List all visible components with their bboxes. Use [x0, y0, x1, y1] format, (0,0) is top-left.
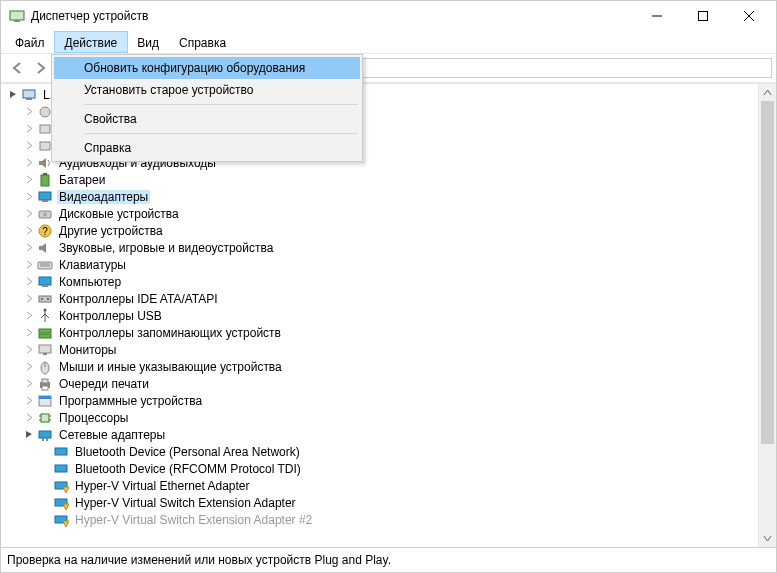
- tree-item-network-device[interactable]: Hyper-V Virtual Ethernet Adapter: [3, 477, 759, 494]
- chevron-right-icon[interactable]: [23, 208, 35, 220]
- tree-item-label: Bluetooth Device (RFCOMM Protocol TDI): [73, 462, 303, 476]
- scroll-up-arrow-icon[interactable]: [759, 84, 776, 101]
- scroll-down-arrow-icon[interactable]: [759, 530, 776, 547]
- chevron-right-icon[interactable]: [23, 378, 35, 390]
- tree-item-network-device[interactable]: Hyper-V Virtual Switch Extension Adapter: [3, 494, 759, 511]
- tree-item-software-devices[interactable]: Программные устройства: [3, 392, 759, 409]
- svg-rect-45: [39, 431, 51, 438]
- chevron-right-icon[interactable]: [23, 327, 35, 339]
- tree-item-batteries[interactable]: Батареи: [3, 171, 759, 188]
- chevron-right-icon[interactable]: [23, 123, 35, 135]
- scrollbar-thumb[interactable]: [761, 101, 774, 444]
- tree-item-sound-video-game[interactable]: Звуковые, игровые и видеоустройства: [3, 239, 759, 256]
- chevron-right-icon[interactable]: [23, 174, 35, 186]
- chevron-right-icon[interactable]: [23, 191, 35, 203]
- svg-rect-40: [41, 414, 49, 422]
- menu-action[interactable]: Действие: [54, 31, 129, 53]
- tree-item-mice[interactable]: Мыши и иные указывающие устройства: [3, 358, 759, 375]
- chevron-right-icon[interactable]: [23, 225, 35, 237]
- chevron-down-icon[interactable]: [23, 429, 35, 441]
- menu-file[interactable]: Файл: [5, 31, 55, 53]
- chevron-right-icon[interactable]: [23, 344, 35, 356]
- monitor-icon: [37, 342, 53, 358]
- controller-icon: [37, 291, 53, 307]
- svg-rect-29: [39, 329, 51, 333]
- tree-item-label: Bluetooth Device (Personal Area Network): [73, 445, 302, 459]
- forward-button[interactable]: [31, 59, 49, 77]
- tree-item-network-device[interactable]: Bluetooth Device (RFCOMM Protocol TDI): [3, 460, 759, 477]
- tree-item-label: Hyper-V Virtual Switch Extension Adapter…: [73, 513, 314, 527]
- chevron-right-icon[interactable]: [23, 140, 35, 152]
- svg-rect-0: [10, 11, 24, 20]
- tree-item-disk-drives[interactable]: Дисковые устройства: [3, 205, 759, 222]
- tree-item-processors[interactable]: Процессоры: [3, 409, 759, 426]
- tree-item-label: Мыши и иные указывающие устройства: [57, 360, 284, 374]
- chevron-right-icon[interactable]: [23, 106, 35, 118]
- chevron-right-icon[interactable]: [23, 310, 35, 322]
- chevron-right-icon[interactable]: [23, 276, 35, 288]
- tree-item-label: Звуковые, игровые и видеоустройства: [57, 241, 275, 255]
- expander-icon[interactable]: [7, 89, 19, 101]
- chevron-right-icon[interactable]: [23, 412, 35, 424]
- menu-item-label: Свойства: [84, 112, 137, 126]
- menu-bar: Файл Действие Вид Справка: [1, 31, 776, 54]
- tree-item-keyboards[interactable]: Клавиатуры: [3, 256, 759, 273]
- tree-item-label: Контроллеры USB: [57, 309, 164, 323]
- svg-rect-37: [42, 386, 48, 390]
- close-button[interactable]: [726, 1, 772, 31]
- network-icon: [53, 444, 69, 460]
- menu-item-help[interactable]: Справка: [54, 137, 360, 159]
- svg-rect-32: [43, 353, 47, 355]
- status-bar: Проверка на наличие изменений или новых …: [1, 547, 776, 572]
- title-bar: Диспетчер устройств: [1, 1, 776, 31]
- chevron-right-icon[interactable]: [23, 395, 35, 407]
- maximize-button[interactable]: [680, 1, 726, 31]
- svg-point-9: [40, 107, 50, 117]
- minimize-button[interactable]: [634, 1, 680, 31]
- disk-icon: [37, 206, 53, 222]
- tree-item-usb-controllers[interactable]: Контроллеры USB: [3, 307, 759, 324]
- app-icon: [9, 8, 25, 24]
- menu-item-label: Обновить конфигурацию оборудования: [84, 61, 305, 75]
- menu-item-scan-hardware[interactable]: Обновить конфигурацию оборудования: [54, 57, 360, 79]
- menu-view[interactable]: Вид: [127, 31, 169, 53]
- tree-item-display-adapters[interactable]: Видеоадаптеры: [3, 188, 759, 205]
- window-title: Диспетчер устройств: [31, 9, 634, 23]
- tree-item-label: Hyper-V Virtual Ethernet Adapter: [73, 479, 252, 493]
- chevron-right-icon[interactable]: [23, 242, 35, 254]
- tree-item-network-adapters[interactable]: Сетевые адаптеры: [3, 426, 759, 443]
- vertical-scrollbar[interactable]: [758, 84, 776, 547]
- back-button[interactable]: [9, 59, 27, 77]
- scrollbar-track[interactable]: [759, 101, 776, 530]
- svg-rect-31: [39, 345, 51, 353]
- menu-item-add-legacy[interactable]: Установить старое устройство: [54, 79, 360, 101]
- tree-item-computer[interactable]: Компьютер: [3, 273, 759, 290]
- tree-item-label: Hyper-V Virtual Switch Extension Adapter: [73, 496, 298, 510]
- tree-item-print-queues[interactable]: Очереди печати: [3, 375, 759, 392]
- svg-rect-24: [42, 285, 48, 287]
- tree-item-network-device[interactable]: Hyper-V Virtual Switch Extension Adapter…: [3, 511, 759, 528]
- menu-item-label: Справка: [84, 141, 131, 155]
- menu-help[interactable]: Справка: [169, 31, 236, 53]
- tree-item-ide-controllers[interactable]: Контроллеры IDE ATA/ATAPI: [3, 290, 759, 307]
- svg-rect-30: [39, 334, 51, 338]
- menu-separator: [84, 104, 358, 105]
- unknown-device-icon: ?: [37, 223, 53, 239]
- computer-icon: [37, 274, 53, 290]
- svg-rect-47: [46, 438, 48, 441]
- svg-rect-3: [699, 12, 708, 21]
- printer-icon: [37, 376, 53, 392]
- chevron-right-icon[interactable]: [23, 361, 35, 373]
- menu-item-properties[interactable]: Свойства: [54, 108, 360, 130]
- svg-rect-13: [43, 173, 47, 175]
- tree-item-monitors[interactable]: Мониторы: [3, 341, 759, 358]
- battery-icon: [37, 172, 53, 188]
- svg-rect-48: [55, 448, 67, 455]
- chevron-right-icon[interactable]: [23, 293, 35, 305]
- chevron-right-icon[interactable]: [23, 157, 35, 169]
- tree-item-network-device[interactable]: Bluetooth Device (Personal Area Network): [3, 443, 759, 460]
- chevron-right-icon[interactable]: [23, 259, 35, 271]
- tree-item-storage-controllers[interactable]: Контроллеры запоминающих устройств: [3, 324, 759, 341]
- tree-item-other-devices[interactable]: ? Другие устройства: [3, 222, 759, 239]
- svg-rect-23: [39, 277, 51, 285]
